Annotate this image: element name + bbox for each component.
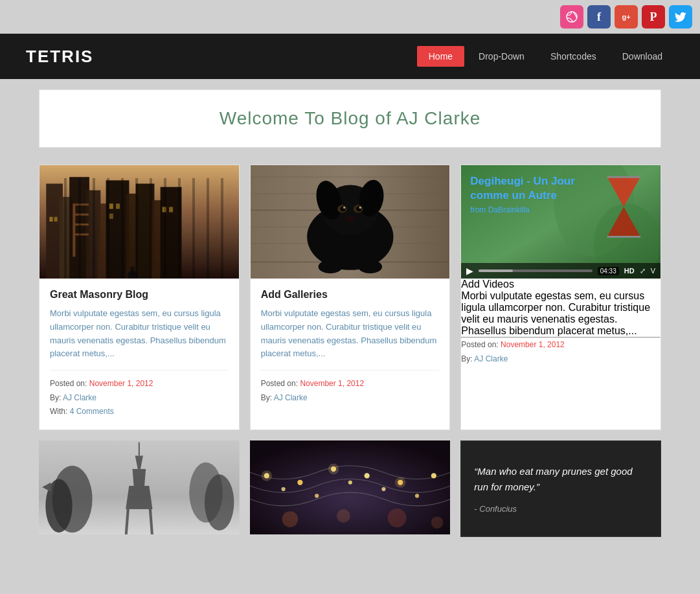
svg-point-24: [127, 271, 137, 279]
svg-rect-17: [49, 217, 52, 222]
svg-point-67: [297, 480, 302, 485]
bottom-row: “Man who eat many prunes get good run fo…: [39, 440, 661, 537]
svg-rect-20: [116, 203, 120, 209]
svg-rect-3: [60, 197, 73, 279]
svg-rect-22: [163, 207, 166, 212]
svg-point-82: [387, 508, 406, 527]
svg-point-76: [415, 494, 419, 497]
welcome-banner: Welcome To Blog of AJ Clarke: [39, 89, 661, 148]
divider-2: [261, 370, 440, 371]
post-body-2: Add Galleries Morbi vulputate egestas se…: [251, 279, 450, 415]
svg-rect-12: [73, 203, 75, 257]
svg-point-43: [344, 216, 355, 222]
svg-point-69: [364, 473, 369, 478]
site-title: TETRIS: [26, 47, 417, 67]
svg-rect-8: [126, 194, 139, 279]
svg-rect-15: [75, 223, 89, 225]
bottom-card-lights: [250, 440, 451, 537]
bottom-card-tower: [39, 440, 240, 537]
post-body-1: Great Masonry Blog Morbi vulputate egest…: [40, 279, 239, 429]
post-image-dog: [251, 165, 450, 279]
svg-rect-2: [46, 184, 63, 279]
video-from: from DaBrainkilla: [470, 205, 575, 214]
post-title-2[interactable]: Add Galleries: [261, 289, 440, 301]
posted-on-label-1: Posted on:: [50, 379, 87, 388]
posts-grid: Great Masonry Blog Morbi vulputate egest…: [39, 165, 661, 430]
video-title-overlay: Degiheugi - Un Jour comme un Autre from …: [470, 174, 575, 214]
site-header: TETRIS Home Drop-Down Shortcodes Downloa…: [0, 34, 700, 79]
svg-point-78: [328, 464, 339, 475]
quote-text: “Man who eat many prunes get good run fo…: [474, 464, 648, 495]
posted-on-label-3: Posted on:: [461, 340, 498, 349]
video-title-line2: comme un Autre: [470, 188, 575, 203]
post-excerpt-3: Morbi vulputate egestas sem, eu cursus l…: [461, 290, 660, 337]
svg-point-73: [315, 494, 319, 497]
svg-point-80: [282, 511, 298, 527]
svg-rect-21: [109, 214, 113, 219]
vimeo-icon[interactable]: V: [651, 267, 655, 275]
post-card-1: Great Masonry Blog Morbi vulputate egest…: [39, 165, 240, 430]
post-body-3: Add Videos Morbi vulputate egestas sem, …: [461, 279, 660, 366]
svg-point-71: [431, 473, 436, 478]
dribbble-icon[interactable]: [560, 5, 583, 29]
svg-point-44: [318, 260, 342, 273]
by-label-2: By:: [261, 393, 272, 402]
social-bar: f g+ P: [0, 0, 700, 34]
nav-dropdown[interactable]: Drop-Down: [467, 46, 536, 67]
post-meta-3: Posted on: November 1, 2012 By: AJ Clark…: [461, 338, 660, 366]
svg-rect-4: [69, 177, 89, 279]
svg-point-42: [359, 207, 361, 209]
svg-rect-11: [161, 187, 182, 279]
progress-bar[interactable]: [479, 269, 592, 272]
svg-point-81: [337, 509, 350, 523]
main-nav: Home Drop-Down Shortcodes Download: [417, 46, 674, 67]
svg-rect-25: [130, 267, 134, 276]
svg-point-57: [205, 474, 234, 531]
post-meta-2: Posted on: November 1, 2012 By: AJ Clark…: [261, 377, 440, 405]
post-card-3: Degiheugi - Un Jour comme un Autre from …: [460, 165, 661, 430]
svg-rect-23: [169, 207, 173, 212]
expand-icon[interactable]: ⤢: [640, 267, 646, 275]
svg-rect-18: [54, 217, 58, 222]
posted-on-value-3: November 1, 2012: [501, 340, 565, 349]
svg-rect-14: [75, 214, 89, 216]
with-value-1[interactable]: 4 Comments: [70, 407, 114, 416]
post-card-2: Add Galleries Morbi vulputate egestas se…: [250, 165, 451, 430]
post-title-3[interactable]: Add Videos: [461, 279, 660, 290]
welcome-title: Welcome To Blog of AJ Clarke: [52, 108, 648, 129]
svg-rect-19: [109, 203, 113, 209]
quote-card: “Man who eat many prunes get good run fo…: [460, 440, 661, 537]
by-value-1[interactable]: AJ Clarke: [63, 393, 96, 402]
divider-1: [50, 370, 229, 371]
video-title-line1: Degiheugi - Un Jour: [470, 174, 575, 188]
twitter-icon[interactable]: [669, 5, 692, 29]
pinterest-icon[interactable]: P: [642, 5, 665, 29]
svg-rect-9: [136, 184, 155, 279]
nav-download[interactable]: Download: [611, 46, 674, 67]
svg-rect-10: [151, 200, 163, 279]
svg-point-72: [281, 487, 285, 491]
video-controls[interactable]: ▶ 04:33 HD ⤢ V: [461, 263, 660, 279]
quote-author: - Confucius: [474, 504, 648, 514]
by-value-2[interactable]: AJ Clarke: [274, 393, 308, 402]
main-content: Great Masonry Blog Morbi vulputate egest…: [0, 158, 700, 550]
video-thumbnail[interactable]: Degiheugi - Un Jour comme un Autre from …: [461, 165, 660, 279]
google-plus-icon[interactable]: g+: [615, 5, 638, 29]
svg-rect-7: [106, 180, 130, 279]
nav-shortcodes[interactable]: Shortcodes: [539, 46, 608, 67]
svg-point-74: [348, 481, 352, 485]
posted-on-value-2: November 1, 2012: [300, 379, 364, 388]
svg-rect-13: [75, 203, 89, 205]
play-button[interactable]: ▶: [466, 266, 473, 276]
facebook-icon[interactable]: f: [587, 5, 611, 29]
svg-point-75: [381, 487, 385, 491]
svg-point-79: [395, 477, 406, 488]
video-duration: 04:33: [598, 267, 619, 275]
svg-rect-65: [250, 440, 451, 534]
hd-badge: HD: [624, 267, 635, 275]
by-value-3[interactable]: AJ Clarke: [474, 354, 508, 363]
post-excerpt-2: Morbi vulputate egestas sem, eu cursus l…: [261, 307, 440, 361]
nav-home[interactable]: Home: [417, 46, 464, 67]
svg-point-45: [358, 260, 382, 273]
post-title-1[interactable]: Great Masonry Blog: [50, 289, 229, 301]
